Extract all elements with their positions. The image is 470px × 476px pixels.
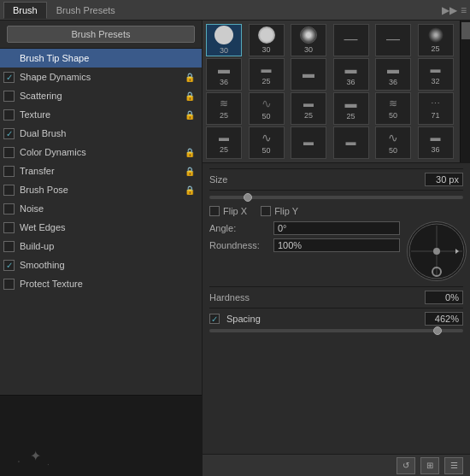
grid-icon: ⊞ <box>426 461 433 470</box>
brush-thumb-8[interactable]: ▬ 25 <box>249 58 285 91</box>
option-dual-brush[interactable]: Dual Brush <box>0 124 202 143</box>
checkbox-shape-dynamics[interactable] <box>3 72 15 83</box>
reset-button[interactable]: ↺ <box>397 457 415 474</box>
option-shape-dynamics[interactable]: Shape Dynamics 🔒 <box>0 68 202 86</box>
flip-y-label: Flip Y <box>274 206 298 216</box>
brush-thumb-21[interactable]: ▬ <box>291 126 326 159</box>
brush-presets-button[interactable]: Brush Presets <box>7 26 195 43</box>
brush-thumb-11[interactable]: ▬ 36 <box>375 58 411 91</box>
brush-thumb-18[interactable]: ⋯ 71 <box>418 92 454 125</box>
size-slider-track[interactable] <box>209 196 463 199</box>
option-texture[interactable]: Texture 🔒 <box>0 105 202 124</box>
checkbox-wet-edges[interactable] <box>3 222 15 233</box>
option-protect-texture[interactable]: Protect Texture <box>0 274 202 293</box>
flip-x-checkbox[interactable] <box>209 206 220 216</box>
label-wet-edges: Wet Edges <box>20 222 195 232</box>
flip-x-item[interactable]: Flip X <box>209 206 247 216</box>
brush-thumb-10[interactable]: ▬ 36 <box>333 58 369 91</box>
brush-thumb-22[interactable]: ▬ <box>333 126 369 159</box>
label-protect-texture: Protect Texture <box>20 279 195 289</box>
checkbox-protect-texture[interactable] <box>3 279 15 290</box>
checkbox-dual-brush[interactable] <box>3 128 15 139</box>
brush-thumb-20[interactable]: ∿ 50 <box>249 126 285 159</box>
angle-input[interactable] <box>273 221 400 235</box>
spacing-slider-track[interactable] <box>209 329 463 332</box>
spacing-value: 462% <box>425 312 463 326</box>
brush-thumb-2[interactable]: 30 <box>249 24 285 56</box>
brush-thumb-14[interactable]: ∿ 50 <box>249 92 285 125</box>
thumbnail-scrollbar-thumb[interactable] <box>461 22 470 39</box>
angle-dial[interactable] <box>407 221 467 281</box>
grid-button[interactable]: ⊞ <box>420 457 439 474</box>
option-build-up[interactable]: Build-up <box>0 237 202 256</box>
flip-y-checkbox[interactable] <box>261 206 271 216</box>
expand-icon[interactable]: ▶▶ <box>442 4 457 16</box>
label-shape-dynamics: Shape Dynamics <box>20 72 181 82</box>
checkbox-noise[interactable] <box>3 203 15 214</box>
thumbnail-scrollbar[interactable] <box>460 21 470 162</box>
menu-icon[interactable]: ≡ <box>461 4 467 16</box>
brush-thumb-19[interactable]: ▬ 25 <box>206 126 242 159</box>
brush-size-17: 50 <box>389 111 397 120</box>
brush-thumb-5[interactable]: — <box>375 24 411 56</box>
checkbox-smoothing[interactable] <box>3 260 15 271</box>
menu-button[interactable]: ☰ <box>444 457 463 474</box>
size-value[interactable]: 30 px <box>425 173 463 186</box>
tab-brush-presets[interactable]: Brush Presets <box>47 2 125 19</box>
checkbox-transfer[interactable] <box>3 166 15 177</box>
brush-preview-area: · ✦ · <box>0 395 202 476</box>
tab-brush[interactable]: Brush <box>3 2 47 19</box>
brush-thumb-15[interactable]: ▬ 25 <box>291 92 326 125</box>
option-wet-edges[interactable]: Wet Edges <box>0 218 202 237</box>
brush-shape-c1: — <box>344 32 358 47</box>
brush-thumb-4[interactable]: — <box>333 24 369 56</box>
roundness-label: Roundness: <box>209 240 273 250</box>
label-brush-pose: Brush Pose <box>20 185 181 195</box>
checkbox-build-up[interactable] <box>3 241 15 252</box>
brush-shape-c20: ∿ <box>388 131 398 144</box>
checkbox-scattering[interactable] <box>3 91 15 102</box>
brush-size-11: 36 <box>389 78 397 86</box>
brush-thumb-13[interactable]: ≋ 25 <box>206 92 242 125</box>
size-slider-thumb[interactable] <box>244 193 252 202</box>
option-brush-tip-shape[interactable]: Brush Tip Shape <box>0 49 202 68</box>
spacing-checkbox[interactable] <box>209 314 220 324</box>
checkbox-brush-pose[interactable] <box>3 185 15 196</box>
size-row: Size 30 px <box>209 168 463 191</box>
brush-thumb-7[interactable]: ▬ 36 <box>206 58 242 91</box>
brush-thumb-9[interactable]: ▬ <box>291 58 326 91</box>
option-transfer[interactable]: Transfer 🔒 <box>0 162 202 180</box>
option-smoothing[interactable]: Smoothing <box>0 256 202 274</box>
hardness-label: Hardness <box>209 292 425 303</box>
brush-size-19: 25 <box>220 145 228 154</box>
spacing-slider-thumb[interactable] <box>433 326 442 335</box>
tab-bar: Brush Brush Presets ▶▶ ≡ <box>0 0 470 21</box>
brush-size-1: 30 <box>220 46 228 55</box>
brush-shape-c11: ∿ <box>261 97 272 110</box>
brush-shape-c21: ▬ <box>431 132 441 144</box>
brush-thumb-16[interactable]: ▬ 25 <box>333 92 369 125</box>
brush-shape-c16: ▬ <box>219 132 229 144</box>
brush-thumb-12[interactable]: ▬ 32 <box>418 58 454 91</box>
brush-thumb-17[interactable]: ≋ 50 <box>375 92 411 125</box>
checkbox-color-dynamics[interactable] <box>3 147 15 158</box>
brush-panel: Brush Brush Presets ▶▶ ≡ Brush Presets B… <box>0 0 470 476</box>
brush-thumb-1[interactable]: 30 <box>206 24 242 56</box>
brush-thumb-3[interactable]: 30 <box>291 24 326 56</box>
option-noise[interactable]: Noise <box>0 199 202 218</box>
brush-shape-c15: ⋯ <box>431 98 440 109</box>
label-noise: Noise <box>20 203 195 214</box>
tab-icons: ▶▶ ≡ <box>442 4 467 16</box>
brush-thumb-23[interactable]: ∿ 50 <box>375 126 411 159</box>
flip-row: Flip X Flip Y <box>209 206 463 216</box>
option-color-dynamics[interactable]: Color Dynamics 🔒 <box>0 143 202 162</box>
option-brush-pose[interactable]: Brush Pose 🔒 <box>0 180 202 199</box>
brush-thumb-24[interactable]: ▬ 36 <box>418 126 454 159</box>
flip-y-item[interactable]: Flip Y <box>261 206 298 216</box>
roundness-input[interactable] <box>273 238 400 252</box>
brush-thumb-6[interactable]: 25 <box>418 24 454 56</box>
checkbox-texture[interactable] <box>3 109 15 120</box>
option-scattering[interactable]: Scattering 🔒 <box>0 86 202 105</box>
dial-svg <box>408 222 466 280</box>
label-build-up: Build-up <box>20 241 195 251</box>
